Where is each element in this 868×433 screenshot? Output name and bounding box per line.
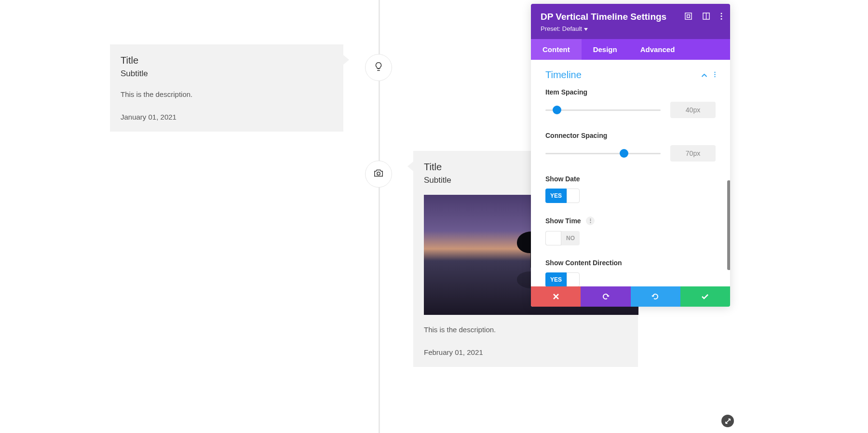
timeline-card[interactable]: Title Subtitle This is the description. … (110, 44, 343, 132)
svg-point-10 (714, 76, 715, 77)
camera-icon (373, 168, 384, 180)
options-icon[interactable]: ⋮ (586, 216, 595, 225)
resize-handle[interactable] (721, 415, 734, 427)
connector-spacing-slider[interactable] (545, 153, 661, 154)
svg-point-0 (377, 172, 380, 175)
expand-icon[interactable] (685, 13, 692, 20)
show-content-direction-toggle[interactable]: YES (545, 272, 580, 286)
svg-rect-1 (685, 13, 692, 19)
panel-header: DP Vertical Timeline Settings Preset: De… (531, 4, 730, 39)
redo-button[interactable] (631, 286, 680, 307)
item-spacing-input[interactable] (670, 102, 716, 118)
close-button[interactable] (531, 286, 581, 307)
settings-panel: DP Vertical Timeline Settings Preset: De… (531, 4, 730, 307)
svg-point-6 (721, 15, 722, 17)
chevron-up-icon (701, 71, 707, 80)
connector-spacing-input[interactable] (670, 145, 716, 162)
setting-show-content-direction: Show Content Direction YES (545, 259, 716, 286)
tab-advanced[interactable]: Advanced (629, 39, 687, 60)
panel-tabs: Content Design Advanced (531, 39, 730, 60)
panel-footer (531, 286, 730, 307)
setting-show-time: Show Time ⋮ NO (545, 216, 716, 245)
lightbulb-icon (373, 61, 384, 74)
preset-selector[interactable]: Preset: Default (541, 25, 720, 32)
timeline-node-circle (365, 161, 392, 188)
section-header-timeline[interactable]: Timeline (545, 60, 716, 88)
tab-content[interactable]: Content (531, 39, 582, 60)
panel-body: Timeline Item Spacing Connector Spacing … (531, 60, 730, 286)
card-description: This is the description. (121, 90, 333, 98)
show-time-toggle[interactable]: NO (545, 231, 580, 245)
undo-button[interactable] (581, 286, 630, 307)
setting-item-spacing: Item Spacing (545, 88, 716, 118)
card-date: January 01, 2021 (121, 113, 333, 121)
chevron-down-icon (584, 25, 588, 32)
show-date-toggle[interactable]: YES (545, 189, 580, 203)
save-button[interactable] (680, 286, 730, 307)
timeline-node-circle (365, 54, 392, 81)
scrollbar[interactable] (727, 180, 730, 270)
setting-show-date: Show Date YES (545, 175, 716, 203)
svg-point-9 (714, 74, 715, 75)
card-description: This is the description. (424, 325, 627, 334)
timeline-item: Title Subtitle This is the description. … (0, 44, 868, 132)
more-icon[interactable] (714, 71, 716, 80)
card-date: February 01, 2021 (424, 348, 627, 356)
svg-rect-2 (687, 15, 690, 18)
setting-connector-spacing: Connector Spacing (545, 132, 716, 162)
tab-design[interactable]: Design (582, 39, 629, 60)
svg-point-8 (714, 71, 715, 72)
columns-icon[interactable] (703, 13, 710, 20)
item-spacing-slider[interactable] (545, 109, 661, 111)
svg-point-7 (721, 18, 722, 20)
card-subtitle: Subtitle (121, 69, 333, 79)
timeline-item: Title Subtitle This is the description. … (0, 151, 868, 367)
card-title: Title (121, 55, 333, 66)
svg-point-5 (721, 13, 722, 14)
more-icon[interactable] (720, 13, 722, 20)
